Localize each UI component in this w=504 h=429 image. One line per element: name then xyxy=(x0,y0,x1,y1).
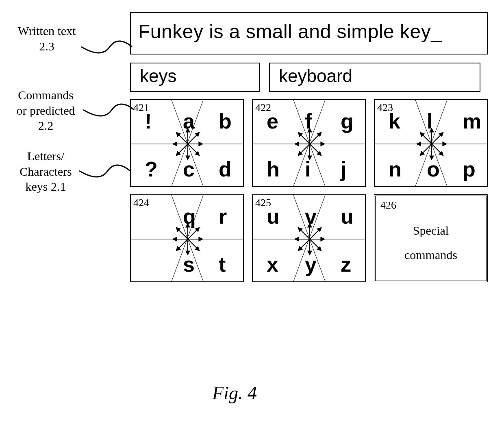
char-b: b xyxy=(219,109,232,133)
char-y: y xyxy=(305,252,317,277)
key-cell-special-426[interactable]: 426 Special commands xyxy=(374,194,488,282)
key-cell-422[interactable]: 422 e f g h i j xyxy=(252,99,366,187)
char-z: z xyxy=(341,252,351,277)
cell-ref-number: 426 xyxy=(380,199,396,211)
char-f: f xyxy=(305,109,312,133)
cell-ref-number: 423 xyxy=(377,102,393,114)
char-i: i xyxy=(305,157,311,181)
prediction-2[interactable]: keyboard xyxy=(269,63,480,92)
char-j: j xyxy=(341,157,346,181)
key-cell-421[interactable]: 421 ! a b ? c d xyxy=(130,99,244,187)
special-commands-label: Special commands xyxy=(376,218,486,267)
char-x: x xyxy=(267,252,278,277)
key-cell-424[interactable]: 424 q r s t xyxy=(130,194,244,282)
char-u2: u xyxy=(341,204,354,229)
char-s: s xyxy=(183,252,195,277)
cell-ref-number: 422 xyxy=(255,102,271,114)
figure-caption: Fig. 4 xyxy=(212,382,257,404)
connector-3 xyxy=(77,155,134,187)
char-r: r xyxy=(219,204,227,229)
special-line1: Special xyxy=(376,218,486,243)
char-question: ? xyxy=(145,157,158,181)
cell-ref-number: 421 xyxy=(133,102,149,114)
char-p: p xyxy=(463,157,476,181)
char-m: m xyxy=(463,109,481,133)
char-a: a xyxy=(183,109,195,133)
char-q: q xyxy=(183,204,196,229)
annotation-written-text: Written text2.3 xyxy=(12,23,81,54)
char-n: n xyxy=(389,157,402,181)
char-h: h xyxy=(267,157,280,181)
char-d: d xyxy=(219,157,232,181)
prediction-1[interactable]: keys xyxy=(130,63,260,92)
char-l: l xyxy=(427,109,432,133)
connector-2 xyxy=(81,94,138,126)
prediction-row: keys keyboard xyxy=(130,63,488,92)
character-key-grid: 421 ! a b ? c d 422 e f g h i j 423 k l … xyxy=(130,99,488,282)
key-cell-425[interactable]: 425 u v u x y z xyxy=(252,194,366,282)
annotation-letters-keys: Letters/Characterskeys 2.1 xyxy=(12,148,79,194)
key-cell-423[interactable]: 423 k l m n o p xyxy=(374,99,488,187)
written-text-box: Funkey is a small and simple key_ xyxy=(130,12,488,54)
char-v: v xyxy=(305,204,317,229)
char-t: t xyxy=(219,252,226,277)
annotation-commands-predicted: Commandsor predicted2.2 xyxy=(6,87,85,133)
special-line2: commands xyxy=(376,243,486,267)
char-o: o xyxy=(427,157,440,181)
char-g: g xyxy=(341,109,354,133)
char-c: c xyxy=(183,157,195,181)
connector-1 xyxy=(79,30,136,63)
cell-ref-number: 424 xyxy=(133,197,149,209)
cell-ref-number: 425 xyxy=(255,197,271,209)
